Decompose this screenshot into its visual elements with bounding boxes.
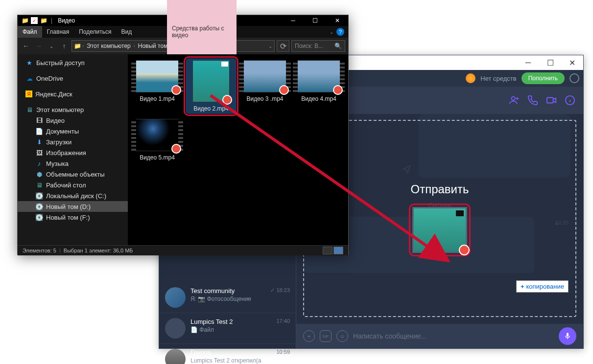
player-badge-icon [333,85,343,95]
avatar [165,287,186,308]
nav-back-button[interactable]: ← [21,41,31,51]
tree-downloads[interactable]: ⬇Загрузки [18,136,128,147]
help-icon[interactable]: ? [336,28,344,36]
ribbon-tab-share[interactable]: Поделиться [74,26,116,38]
folder-icon: 📁 [74,43,81,49]
ribbon: Файл Главная Поделиться Вид Средства раб… [18,26,348,38]
breadcrumb-segment[interactable]: Этот компьютер [85,43,133,49]
video-call-icon[interactable] [546,95,557,106]
view-details-button[interactable] [323,247,332,254]
checkbox-icon: ✓ [31,17,38,24]
ribbon-tab-view[interactable]: Вид [116,26,137,38]
status-selected: Выбран 1 элемент: 36,0 МБ [64,248,133,253]
tree-3dobjects[interactable]: ⬢Объемные объекты [18,169,128,180]
maximize-button[interactable]: ☐ [304,15,326,26]
folder-icon: 📁 [39,16,48,25]
ribbon-expand-icon[interactable]: ⌄ [330,29,333,35]
close-button[interactable]: ✕ [326,15,348,26]
tree-disk-c[interactable]: 💽Локальный диск (C:) [18,190,128,201]
attach-icon[interactable]: + [303,330,315,342]
file-name: Видео 1.mp4 [140,95,175,102]
file-item[interactable]: Видео 4.mp4 [293,58,344,114]
drop-thumbnail [412,207,467,253]
ribbon-tab-home[interactable]: Главная [42,26,74,38]
emoji-icon[interactable]: ☺ [336,330,348,342]
nav-forward-button[interactable]: → [33,41,44,51]
chat-list-item[interactable]: Test community✓ 18:23 Я: 📷 Фотосообщение [159,282,296,313]
chat-time: 17:40 [276,318,290,325]
chat-preview: Lumpics Test 2 открепил(а [190,357,290,364]
explorer-window: 📁 ✓ 📁 | Видео Воспроизведение ─ ☐ ✕ Файл… [17,15,349,255]
chat-time: ✓ 18:23 [270,287,290,295]
nav-history-button[interactable]: ⌄ [46,41,57,51]
chat-name: Lumpics Test 2 [190,318,233,325]
copy-tooltip: +копирование [516,280,569,293]
player-badge-icon [171,85,181,95]
avatar [165,318,186,339]
tree-documents[interactable]: 📄Документы [18,126,128,136]
chat-name: Test community [190,287,235,295]
file-name: Видео 3 .mp4 [246,95,283,102]
player-badge-icon [222,95,232,105]
chat-list-item[interactable]: Группа10:59 Lumpics Test 2 открепил(а [159,344,296,364]
player-badge-icon [459,245,470,255]
video-badge-icon [221,62,228,67]
tree-thispc[interactable]: 🖥Этот компьютер [18,104,128,115]
nav-tree: ★Быстрый доступ ☁OneDrive ЯЯндекс.Диск 🖥… [18,54,128,245]
refresh-button[interactable]: ⟳ [277,40,289,52]
info-icon[interactable] [565,95,575,106]
tree-onedrive[interactable]: ☁OneDrive [18,73,128,84]
drop-title: Отправить [410,182,469,196]
add-user-icon[interactable] [509,95,520,106]
tree-videos[interactable]: 🎞Видео [18,115,128,126]
nav-up-button[interactable]: ↑ [59,41,70,51]
tree-disk-d[interactable]: 💽Новый том (D:) [18,201,128,212]
refill-button[interactable]: Пополнить [522,72,565,84]
file-item-selected[interactable]: Видео 2.mp4 [186,58,237,114]
video-badge-icon [456,210,464,216]
balance-text: Нет средств [480,75,516,82]
file-item[interactable]: Видео 3 .mp4 [239,58,290,114]
view-icons-button[interactable] [333,247,343,254]
viber-minimize-button[interactable]: ─ [517,55,539,70]
settings-icon[interactable] [569,73,579,83]
tree-yandex[interactable]: ЯЯндекс.Диск [18,89,128,99]
folder-icon: 📁 [21,16,29,25]
tree-pictures[interactable]: 🖼Изображения [18,147,128,158]
tree-desktop[interactable]: 🖥Рабочий стол [18,180,128,190]
file-item[interactable]: Видео 5.mp4 [132,117,183,163]
message-input-bar: + GIF ☺ Написать сообщение... [296,324,583,348]
avatar [165,349,186,364]
chat-preview: 📄 Файл [190,326,290,333]
search-input[interactable]: Поиск: В...🔍 [291,40,345,52]
message-input[interactable]: Написать сообщение... [353,332,554,340]
viber-close-button[interactable]: ✕ [561,55,583,70]
file-area[interactable]: Видео 1.mp4 Видео 2.mp4 Видео 3 .mp4 Вид… [128,54,348,245]
file-item[interactable]: Видео 1.mp4 [132,58,183,114]
status-bar: Элементов: 5 | Выбран 1 элемент: 36,0 МБ [18,245,348,255]
file-name: Видео 4.mp4 [301,95,336,102]
player-badge-icon [279,85,289,95]
mic-button[interactable] [559,327,576,345]
chat-name: Группа [190,349,211,356]
file-name: Видео 2.mp4 [193,105,229,112]
minimize-button[interactable]: ─ [282,15,304,26]
chat-preview: Я: 📷 Фотосообщение [190,296,290,302]
coin-icon [466,73,475,83]
status-count: Элементов: 5 [23,248,56,253]
player-badge-icon [171,144,181,154]
tree-music[interactable]: ♪Музыка [18,158,128,169]
drop-highlight [410,205,469,255]
chat-list-item[interactable]: Lumpics Test 217:40 📄 Файл [159,313,296,344]
tree-quickaccess[interactable]: ★Быстрый доступ [18,57,128,68]
call-icon[interactable] [527,95,538,106]
file-name: Видео 5.mp4 [140,154,175,161]
svg-point-0 [512,97,515,100]
gif-icon[interactable]: GIF [320,330,332,342]
ribbon-tab-file[interactable]: Файл [18,26,42,38]
chat-time: 10:59 [276,349,290,356]
viber-maximize-button[interactable]: ☐ [539,55,561,70]
tree-disk-f[interactable]: 💽Новый том (F:) [18,212,128,223]
svg-rect-1 [547,98,553,103]
